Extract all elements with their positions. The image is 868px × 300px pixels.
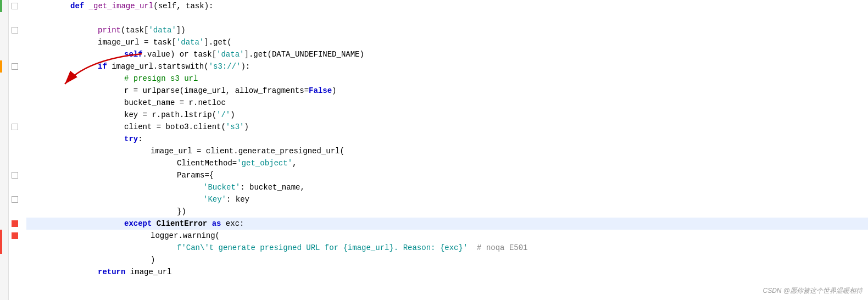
code-line: Params={ — [26, 169, 868, 181]
gutter-sq-11 — [12, 124, 18, 130]
mark-red1 — [0, 230, 2, 242]
token: bucket_name = r.netloc — [124, 97, 226, 109]
token: ].get( — [204, 36, 231, 48]
code-line: image_url = client.generate_presigned_ur… — [26, 145, 868, 157]
token: task[ — [189, 48, 216, 60]
token: 'get_object' — [237, 157, 292, 169]
code-line: ) — [26, 254, 868, 266]
token: 's3' — [226, 121, 244, 133]
token: ClientError — [152, 218, 212, 230]
gutter-sq-19 — [12, 220, 18, 227]
token-if: if — [98, 60, 107, 73]
token-try: try — [124, 133, 138, 145]
code-line: bucket_name = r.netloc — [26, 97, 868, 109]
token-except: except — [124, 218, 152, 230]
gutter-sq-3 — [12, 27, 18, 34]
token-comment: # presign s3 url — [124, 73, 198, 85]
token: 'data' — [216, 48, 244, 60]
token: 's3://' — [209, 60, 241, 73]
token: ) — [332, 85, 336, 97]
token-fn: _get_image_url — [89, 0, 154, 12]
token: image_url.startswith( — [107, 60, 209, 73]
code-line: 'Bucket': bucket_name, — [26, 181, 868, 193]
token: : key — [226, 193, 249, 205]
code-area[interactable]: def _get_image_url(self, task): print(ta… — [21, 0, 868, 300]
code-line: ClientMethod='get_object', — [26, 157, 868, 169]
code-line: 'Key': key — [26, 193, 868, 205]
code-line: return image_url — [26, 266, 868, 278]
token: logger.warning( — [151, 230, 220, 242]
code-line: f'Can\'t generate presigned URL for {ima… — [26, 242, 868, 254]
token: ) — [151, 254, 155, 266]
token: image_url — [125, 266, 171, 278]
watermark: CSDN @愿你被这个世界温暖相待 — [763, 286, 863, 296]
token: 'Key' — [203, 193, 226, 205]
token: f'Can\'t generate presigned URL for {ima… — [177, 242, 477, 254]
code-line: image_url = task['data'].get( — [26, 36, 868, 48]
token-params: (self, task): — [153, 0, 213, 12]
token: key = r.path.lstrip( — [124, 109, 216, 121]
code-line-except: except ClientError as exc: — [26, 218, 868, 230]
code-line — [26, 12, 868, 24]
token: 'data' — [176, 36, 204, 48]
code-line: logger.warning( — [26, 230, 868, 242]
mark-green — [0, 0, 2, 12]
token-print: print — [98, 24, 121, 36]
token-noqa: # noqa E501 — [477, 242, 527, 254]
code-line: }) — [26, 205, 868, 218]
code-line: def _get_image_url(self, task): — [26, 0, 868, 12]
code-line: client = boto3.client('s3') — [26, 121, 868, 133]
token: }) — [177, 205, 186, 218]
token: ) — [244, 121, 248, 133]
token: r = urlparse(image_url, allow_fragments= — [124, 85, 309, 97]
gutter-sq-15 — [12, 172, 18, 179]
gutter-sq-6 — [12, 63, 18, 70]
token: client = boto3.client( — [124, 121, 226, 133]
token: : — [138, 133, 142, 145]
token-def: def — [70, 0, 89, 12]
gutter-sq-1 — [12, 3, 18, 9]
token-self: self — [124, 48, 143, 60]
token: exc: — [221, 218, 244, 230]
token: : bucket_name, — [240, 181, 305, 193]
code-line: if image_url.startswith('s3://'): — [26, 60, 868, 73]
gutter-sq-20 — [12, 232, 18, 239]
token: ].get(DATA_UNDEFINED_NAME) — [244, 48, 364, 60]
token: image_url = task[ — [98, 36, 176, 48]
token: , — [292, 157, 297, 169]
token: 'Bucket' — [203, 181, 240, 193]
token: (task[ — [121, 24, 148, 36]
token: ) — [230, 109, 235, 121]
token-as: as — [212, 218, 221, 230]
sidebar-left — [0, 0, 9, 300]
mark-orange — [0, 60, 2, 73]
code-line: # presign s3 url — [26, 73, 868, 85]
code-line: r = urlparse(image_url, allow_fragments=… — [26, 85, 868, 97]
token: image_url = client.generate_presigned_ur… — [151, 145, 344, 157]
gutter-sq-17 — [12, 196, 18, 203]
code-lines: def _get_image_url(self, task): print(ta… — [21, 0, 868, 278]
code-line: self.value) or task['data'].get(DATA_UND… — [26, 48, 868, 60]
code-line: try: — [26, 133, 868, 145]
code-line: key = r.path.lstrip('/') — [26, 109, 868, 121]
token: Params={ — [177, 169, 214, 181]
gutter-squares — [9, 0, 21, 300]
token-false: False — [309, 85, 332, 97]
token: .value) — [143, 48, 180, 60]
code-line: print(task['data']) — [26, 24, 868, 36]
token-return: return — [98, 266, 125, 278]
token: ): — [241, 60, 250, 73]
token-or: or — [180, 48, 189, 60]
token: ClientMethod= — [177, 157, 237, 169]
editor-container: def _get_image_url(self, task): print(ta… — [0, 0, 868, 300]
token: '/' — [216, 109, 230, 121]
mark-red2 — [0, 242, 2, 254]
token: 'data' — [148, 24, 176, 36]
token: ]) — [176, 24, 186, 36]
